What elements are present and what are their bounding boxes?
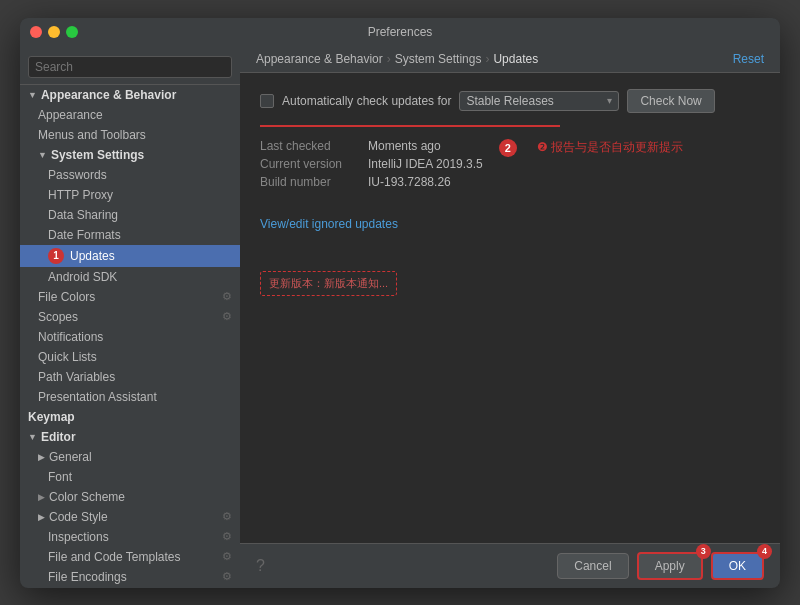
maximize-button[interactable] [66, 26, 78, 38]
sidebar-item-updates[interactable]: 1 Updates [20, 245, 240, 267]
sidebar-item-file-code-templates[interactable]: File and Code Templates ⚙ [20, 547, 240, 567]
search-bar [20, 50, 240, 85]
code-style-icon: ⚙ [222, 510, 232, 523]
reset-link[interactable]: Reset [733, 52, 764, 66]
sidebar-item-http-proxy[interactable]: HTTP Proxy [20, 185, 240, 205]
bottom-bar: ? Cancel 3 Apply 4 OK [240, 543, 780, 588]
close-button[interactable] [30, 26, 42, 38]
view-ignored-link[interactable]: View/edit ignored updates [260, 217, 398, 231]
breadcrumb-current: Updates [493, 52, 538, 66]
triangle-icon: ▼ [28, 432, 37, 442]
preferences-window: Preferences ▼ Appearance & Behavior Appe… [20, 18, 780, 588]
sidebar-item-file-encodings[interactable]: File Encodings ⚙ [20, 567, 240, 587]
sidebar-item-system-settings[interactable]: ▼ System Settings [20, 145, 240, 165]
dropdown-arrow-icon: ▾ [607, 95, 612, 106]
sidebar-item-menus-toolbars[interactable]: Menus and Toolbars [20, 125, 240, 145]
sidebar-item-color-scheme[interactable]: ▶ Color Scheme [20, 487, 240, 507]
inspections-icon: ⚙ [222, 530, 232, 543]
triangle-icon: ▶ [38, 512, 45, 522]
sidebar-item-inspections[interactable]: Inspections ⚙ [20, 527, 240, 547]
sidebar-item-date-formats[interactable]: Date Formats [20, 225, 240, 245]
scopes-icon: ⚙ [222, 310, 232, 323]
red-underline [260, 125, 560, 127]
last-checked-label: Last checked [260, 139, 360, 153]
file-code-templates-icon: ⚙ [222, 550, 232, 563]
sidebar-item-appearance[interactable]: Appearance [20, 105, 240, 125]
titlebar: Preferences [20, 18, 780, 46]
update-notice: 更新版本：新版本通知... [260, 271, 397, 296]
sidebar-item-scopes[interactable]: Scopes ⚙ [20, 307, 240, 327]
apply-wrapper: 3 Apply [637, 552, 703, 580]
breadcrumb-sep2: › [485, 52, 489, 66]
sidebar-item-quick-lists[interactable]: Quick Lists [20, 347, 240, 367]
window-title: Preferences [368, 25, 433, 39]
breadcrumb-bar: Appearance & Behavior › System Settings … [240, 46, 780, 73]
annotation-4-badge: 4 [757, 544, 772, 559]
search-input[interactable] [28, 56, 232, 78]
triangle-icon: ▶ [38, 452, 45, 462]
file-colors-icon: ⚙ [222, 290, 232, 303]
auto-check-row: Automatically check updates for Stable R… [260, 89, 760, 113]
minimize-button[interactable] [48, 26, 60, 38]
ok-button[interactable]: OK [711, 552, 764, 580]
sidebar: ▼ Appearance & Behavior Appearance Menus… [20, 46, 240, 588]
info-grid: Last checked Moments ago Current version… [260, 139, 483, 189]
sidebar-item-path-variables[interactable]: Path Variables [20, 367, 240, 387]
build-number-value: IU-193.7288.26 [368, 175, 483, 189]
annotation-3-badge: 3 [696, 544, 711, 559]
breadcrumb: Appearance & Behavior › System Settings … [256, 52, 538, 66]
breadcrumb-sep1: › [387, 52, 391, 66]
triangle-icon: ▶ [38, 492, 45, 502]
traffic-lights [30, 26, 78, 38]
triangle-icon: ▼ [28, 90, 37, 100]
main-panel: Appearance & Behavior › System Settings … [240, 46, 780, 588]
content-area: ▼ Appearance & Behavior Appearance Menus… [20, 46, 780, 588]
sidebar-item-presentation-assistant[interactable]: Presentation Assistant [20, 387, 240, 407]
sidebar-item-notifications[interactable]: Notifications [20, 327, 240, 347]
check-now-button[interactable]: Check Now [627, 89, 714, 113]
updates-badge: 1 [48, 248, 64, 264]
cancel-button[interactable]: Cancel [557, 553, 628, 579]
annotation-2-badge: 2 [499, 139, 517, 157]
build-number-label: Build number [260, 175, 360, 189]
ok-wrapper: 4 OK [711, 552, 764, 580]
sidebar-item-passwords[interactable]: Passwords [20, 165, 240, 185]
sidebar-item-appearance-behavior[interactable]: ▼ Appearance & Behavior [20, 85, 240, 105]
question-icon[interactable]: ? [256, 557, 265, 575]
apply-button[interactable]: Apply [637, 552, 703, 580]
annotation-2-row: 2 ❷ 报告与是否自动更新提示 [499, 139, 683, 157]
sidebar-item-data-sharing[interactable]: Data Sharing [20, 205, 240, 225]
sidebar-item-code-style[interactable]: ▶ Code Style ⚙ [20, 507, 240, 527]
sidebar-item-live-templates[interactable]: Live Templates [20, 587, 240, 588]
sidebar-item-general[interactable]: ▶ General [20, 447, 240, 467]
update-notice-area: 更新版本：新版本通知... [260, 263, 760, 296]
triangle-icon: ▼ [38, 150, 47, 160]
breadcrumb-part2: System Settings [395, 52, 482, 66]
sidebar-item-font[interactable]: Font [20, 467, 240, 487]
releases-dropdown[interactable]: Stable Releases ▾ [459, 91, 619, 111]
sidebar-item-editor[interactable]: ▼ Editor [20, 427, 240, 447]
file-encodings-icon: ⚙ [222, 570, 232, 583]
info-section: Last checked Moments ago Current version… [260, 139, 760, 205]
current-version-label: Current version [260, 157, 360, 171]
auto-check-label: Automatically check updates for [282, 94, 451, 108]
auto-check-checkbox[interactable] [260, 94, 274, 108]
sidebar-item-android-sdk[interactable]: Android SDK [20, 267, 240, 287]
last-checked-value: Moments ago [368, 139, 483, 153]
current-version-value: IntelliJ IDEA 2019.3.5 [368, 157, 483, 171]
sidebar-item-keymap[interactable]: Keymap [20, 407, 240, 427]
sidebar-item-file-colors[interactable]: File Colors ⚙ [20, 287, 240, 307]
breadcrumb-part1: Appearance & Behavior [256, 52, 383, 66]
annotation-2-text: ❷ 报告与是否自动更新提示 [537, 139, 683, 156]
dropdown-value: Stable Releases [466, 94, 553, 108]
panel-content: Automatically check updates for Stable R… [240, 73, 780, 543]
